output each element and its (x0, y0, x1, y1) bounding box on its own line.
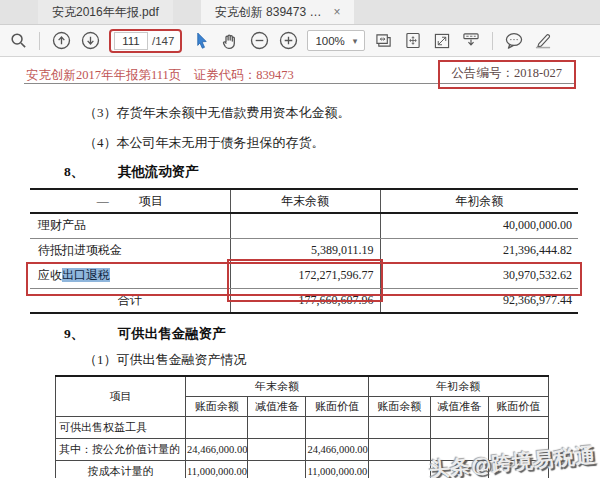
hand-tool-button[interactable] (220, 29, 240, 53)
page-total-label: /147 (152, 35, 174, 47)
zoom-in-button[interactable] (278, 29, 298, 53)
section-number: 8、 (64, 164, 84, 179)
actual-size-icon (434, 33, 450, 49)
page-number-annotation: /147 (109, 29, 182, 53)
table-row-highlighted: 应收出口退税 172,271,596.77 30,970,532.62 (30, 263, 578, 288)
section-9-heading: 9、 可供出售金融资产 (64, 325, 600, 343)
section-8-heading: 8、 其他流动资产 (64, 163, 600, 181)
comment-icon (504, 32, 524, 50)
toolbar-divider (492, 32, 493, 50)
fit-width-icon (375, 32, 393, 49)
section-number: 9、 (64, 326, 84, 341)
collapse-toolbar-icon (461, 32, 481, 49)
collapse-toolbar-button[interactable] (461, 29, 481, 53)
cursor-icon (194, 32, 209, 50)
search-icon (10, 32, 27, 49)
other-current-assets-table: —项目 年末余额 年初余额 理财产品 40,000,000.00 待抵扣进项税金… (30, 188, 578, 314)
close-icon[interactable]: × (333, 6, 340, 18)
fit-page-icon (405, 32, 421, 49)
fit-width-button[interactable] (374, 29, 394, 53)
document-header: 安克创新2017年年报第111页 证券代码：839473 公告编号：2018-0… (24, 62, 576, 92)
announcement-number-annotation: 公告编号：2018-027 (438, 60, 576, 89)
toolbar-divider (39, 32, 40, 50)
zoom-out-button[interactable] (249, 29, 269, 53)
tab-document-2[interactable]: 安克创新 839473 … × (201, 0, 355, 24)
group-header-opening: 年初余额 (368, 376, 548, 396)
announcement-number: 公告编号：2018-027 (452, 66, 562, 80)
document-page: 安克创新2017年年报第111页 证券代码：839473 公告编号：2018-0… (0, 57, 600, 478)
actual-size-button[interactable] (432, 29, 452, 53)
page-number-input[interactable] (114, 32, 148, 50)
table-row: 待抵扣进项税金 5,389,011.19 21,396,444.82 (30, 238, 578, 263)
subsection-9-1: （1）可供出售金融资产情况 (84, 351, 600, 369)
column-header-closing: 年末余额 (230, 189, 380, 213)
hand-icon (221, 32, 239, 50)
select-tool-button[interactable] (191, 29, 211, 53)
report-page-label: 安克创新2017年年报第111页 证券代码：839473 (26, 67, 294, 84)
highlighter-button[interactable] (533, 29, 553, 53)
text-cursor-mark: — (97, 194, 109, 208)
fit-page-button[interactable] (403, 29, 423, 53)
paragraph-item-3: （3）存货年末余额中无借款费用资本化金额。 (84, 104, 600, 122)
selected-text[interactable]: 出口退税 (62, 268, 110, 282)
page-up-icon (52, 31, 71, 50)
paragraph-item-4: （4）本公司年末无用于债务担保的存货。 (84, 134, 600, 152)
tab-label: 安克创新 839473 … (215, 0, 322, 24)
highlighter-icon (533, 32, 553, 49)
zoom-in-icon (279, 31, 298, 50)
toolbar: /147 100% ▾ (0, 25, 600, 57)
table-header-row: —项目 年末余额 年初余额 (30, 189, 578, 213)
table-header-row: 项目 年末余额 年初余额 (56, 376, 549, 396)
column-header-item: 项目 (56, 376, 186, 416)
group-header-closing: 年末余额 (186, 376, 369, 396)
table-row: 理财产品 40,000,000.00 (30, 213, 578, 238)
column-header-opening: 年初余额 (380, 189, 578, 213)
tab-document-1[interactable]: 安克2016年年报.pdf (38, 0, 173, 24)
search-button[interactable] (8, 29, 28, 53)
table-row: 可供出售权益工具 (56, 416, 549, 438)
tab-label: 安克2016年年报.pdf (52, 5, 159, 19)
table-total-row: 合计 177,660,607.96 92,366,977.44 (30, 288, 578, 313)
comment-button[interactable] (504, 29, 524, 53)
zoom-level-value: 100% (315, 35, 344, 47)
page-down-icon (81, 31, 100, 50)
section-title: 可供出售金融资产 (118, 326, 226, 341)
tab-bar: 安克2016年年报.pdf 安克创新 839473 … × (0, 0, 600, 25)
column-header-item: —项目 (30, 189, 230, 213)
section-title: 其他流动资产 (118, 164, 199, 179)
previous-page-button[interactable] (51, 29, 71, 53)
zoom-level-select[interactable]: 100% ▾ (307, 30, 365, 51)
chevron-down-icon: ▾ (353, 36, 358, 46)
zoom-out-icon (250, 31, 269, 50)
other-current-assets-table-wrap: —项目 年末余额 年初余额 理财产品 40,000,000.00 待抵扣进项税金… (30, 188, 578, 314)
next-page-button[interactable] (80, 29, 100, 53)
